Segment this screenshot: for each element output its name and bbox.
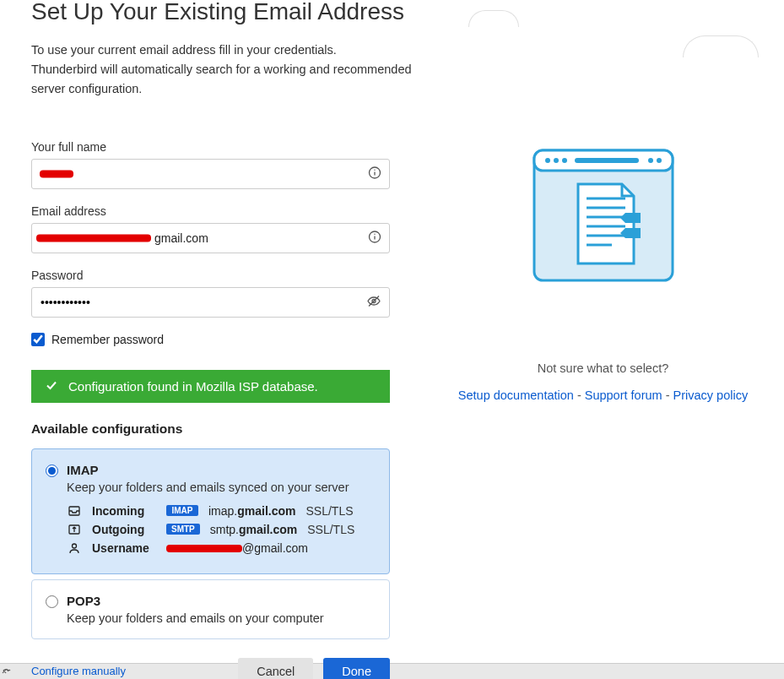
page-description: To use your current email address fill i… [31, 41, 422, 100]
password-input[interactable] [31, 287, 390, 318]
outgoing-row: Outgoing SMTP smtp.gmail.com SSL/TLS [67, 523, 354, 536]
incoming-security: SSL/TLS [305, 504, 353, 518]
status-banner: Configuration found in Mozilla ISP datab… [31, 370, 390, 403]
imap-radio[interactable] [46, 464, 58, 477]
outgoing-server: smtp.gmail.com [210, 523, 297, 536]
remember-password-checkbox[interactable] [31, 333, 45, 346]
email-label: Email address [31, 204, 422, 218]
pop3-title: POP3 [67, 594, 324, 608]
desc-line-1: To use your current email address fill i… [31, 43, 337, 57]
done-button[interactable]: Done [323, 658, 390, 679]
page-title: Set Up Your Existing Email Address [31, 0, 422, 25]
svg-point-18 [657, 158, 662, 163]
outgoing-security: SSL/TLS [307, 523, 354, 536]
setup-doc-link[interactable]: Setup documentation [458, 388, 574, 402]
redacted-email [36, 234, 151, 242]
svg-point-10 [73, 544, 77, 548]
info-icon[interactable] [368, 230, 381, 246]
svg-point-13 [545, 158, 550, 163]
pop3-desc: Keep your folders and emails on your com… [67, 611, 324, 625]
check-icon [45, 378, 58, 394]
incoming-server: imap.gmail.com [208, 504, 295, 518]
status-message: Configuration found in Mozilla ISP datab… [68, 379, 318, 394]
svg-point-17 [648, 158, 653, 163]
redacted-name [40, 170, 73, 177]
user-icon [67, 541, 82, 555]
config-imap[interactable]: IMAP Keep your folders and emails synced… [31, 448, 390, 574]
svg-rect-16 [575, 158, 639, 163]
password-label: Password [31, 269, 422, 282]
imap-title: IMAP [67, 463, 354, 477]
remember-password-label: Remember password [51, 333, 164, 346]
cloud-decoration [468, 10, 519, 27]
username-row: Username @gmail.com [67, 541, 354, 555]
full-name-input[interactable] [31, 159, 390, 189]
info-icon[interactable] [368, 166, 381, 182]
config-pop3[interactable]: POP3 Keep your folders and emails on you… [31, 579, 390, 639]
cancel-button[interactable]: Cancel [238, 658, 313, 679]
help-links: Setup documentation - Support forum - Pr… [422, 388, 784, 402]
redacted-username [166, 545, 242, 552]
inbox-icon [67, 504, 82, 518]
outgoing-label: Outgoing [92, 523, 156, 536]
help-prompt: Not sure what to select? [422, 361, 784, 375]
cloud-decoration [683, 35, 759, 57]
sound-icon [2, 665, 14, 679]
eye-off-icon[interactable] [366, 293, 381, 311]
username-label: Username [92, 541, 156, 555]
incoming-row: Incoming IMAP imap.gmail.com SSL/TLS [67, 504, 354, 518]
svg-point-14 [554, 158, 559, 163]
svg-point-15 [562, 158, 567, 163]
imap-desc: Keep your folders and emails synced on y… [67, 481, 354, 494]
email-visible-suffix: gmail.com [154, 231, 208, 245]
illustration [527, 144, 679, 290]
configure-manually-link[interactable]: Configure manually [31, 665, 126, 677]
imap-badge: IMAP [166, 505, 198, 516]
support-forum-link[interactable]: Support forum [585, 388, 662, 402]
privacy-policy-link[interactable]: Privacy policy [673, 388, 749, 402]
smtp-badge: SMTP [166, 524, 200, 535]
outbox-icon [67, 523, 82, 536]
desc-line-2: Thunderbird will automatically search fo… [31, 62, 412, 95]
available-configs-title: Available configurations [31, 421, 422, 437]
svg-point-5 [374, 233, 375, 234]
svg-point-2 [374, 169, 375, 170]
pop3-radio[interactable] [46, 595, 58, 608]
full-name-label: Your full name [31, 140, 422, 154]
username-value: @gmail.com [166, 541, 308, 555]
incoming-label: Incoming [92, 504, 156, 518]
